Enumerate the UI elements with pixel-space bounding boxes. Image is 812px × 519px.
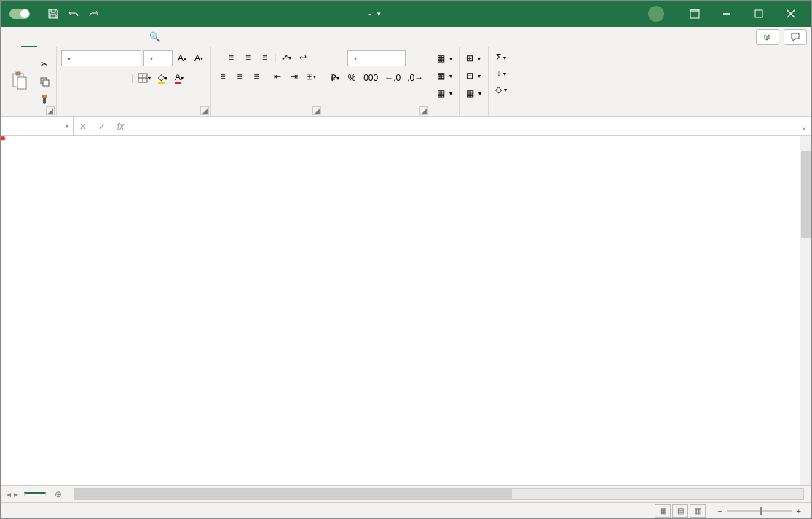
accounting-format-button[interactable]: ₽▾ — [328, 71, 342, 85]
sheet-tab-1[interactable] — [24, 492, 46, 496]
orientation-button[interactable]: ⤢▾ — [279, 50, 293, 65]
align-top-button[interactable]: ≡ — [224, 50, 239, 65]
underline-button[interactable] — [114, 71, 129, 85]
tab-insert[interactable] — [37, 27, 53, 47]
tab-review[interactable] — [101, 27, 117, 47]
tab-home[interactable] — [21, 27, 37, 47]
undo-icon[interactable] — [65, 5, 82, 23]
search-box[interactable]: 🔍 — [149, 31, 164, 42]
clear-button[interactable]: ◇▾ — [493, 82, 509, 97]
cancel-formula-button[interactable]: ✕ — [74, 117, 92, 135]
share-button[interactable] — [756, 29, 779, 45]
sheet-nav-prev[interactable]: ◂ — [7, 489, 11, 499]
copy-button[interactable] — [37, 74, 52, 89]
align-left-button[interactable]: ≡ — [216, 69, 230, 84]
bold-button[interactable] — [81, 71, 95, 85]
tab-layout[interactable] — [53, 27, 69, 47]
view-page-break-button[interactable]: ▥ — [690, 504, 706, 518]
percent-format-button[interactable]: % — [344, 71, 359, 85]
minimize-button[interactable] — [711, 1, 743, 27]
delete-icon: ⊟ — [466, 71, 473, 81]
decrease-font-button[interactable]: A▾ — [192, 51, 206, 66]
zoom-out-button[interactable]: − — [717, 507, 722, 515]
zoom-slider[interactable] — [727, 510, 792, 512]
wrap-text-button[interactable]: ↩ — [296, 50, 310, 65]
font-color-button[interactable]: A▾ — [172, 71, 186, 85]
format-as-table-button[interactable]: ▦ ▾ — [435, 68, 454, 84]
sheet-nav-next[interactable]: ▸ — [14, 489, 18, 499]
merge-button[interactable]: ⊞▾ — [304, 69, 318, 84]
number-launcher[interactable]: ◢ — [419, 106, 428, 115]
save-icon[interactable] — [44, 5, 62, 23]
group-cells: ⊞ ▾ ⊟ ▾ ▦ ▾ — [460, 47, 489, 116]
fx-button[interactable]: fx — [111, 117, 130, 135]
font-size-combo[interactable]: ▾ — [143, 50, 173, 66]
tab-formulas[interactable] — [69, 27, 85, 47]
zoom-in-button[interactable]: + — [797, 507, 801, 515]
conditional-formatting-button[interactable]: ▦ ▾ — [435, 50, 454, 66]
decrease-decimal-button[interactable]: ,0→ — [405, 71, 425, 85]
tab-data[interactable] — [85, 27, 101, 47]
group-label — [464, 112, 484, 115]
increase-indent-button[interactable]: ⇥ — [287, 69, 301, 84]
align-right-button[interactable]: ≡ — [249, 69, 264, 84]
tab-view[interactable] — [117, 27, 133, 47]
cut-button[interactable]: ✂ — [37, 57, 52, 71]
borders-button[interactable]: ▾ — [135, 71, 153, 85]
tab-help[interactable] — [133, 27, 149, 47]
decrease-indent-button[interactable]: ⇤ — [270, 69, 285, 84]
svg-rect-8 — [17, 77, 26, 89]
alignment-launcher[interactable]: ◢ — [312, 106, 321, 115]
maximize-button[interactable] — [743, 1, 775, 27]
align-center-button[interactable]: ≡ — [232, 69, 247, 84]
enter-formula-button[interactable]: ✓ — [92, 117, 111, 135]
view-normal-button[interactable]: ▦ — [655, 504, 671, 518]
autosum-button[interactable]: Σ▾ — [494, 50, 508, 65]
vertical-scrollbar[interactable] — [800, 136, 811, 485]
horizontal-scrollbar[interactable] — [74, 488, 804, 500]
increase-font-button[interactable]: A▴ — [175, 51, 189, 66]
ribbon-display-button[interactable] — [679, 1, 711, 27]
copy-icon — [39, 76, 50, 87]
expand-formula-button[interactable]: ⌄ — [797, 122, 811, 132]
tab-file[interactable] — [5, 27, 21, 47]
group-alignment: ≡ ≡ ≡ | ⤢▾ ↩ ≡ ≡ ≡ | ⇤ ⇥ ⊞▾ ◢ — [211, 47, 323, 116]
font-launcher[interactable]: ◢ — [200, 106, 209, 115]
avatar — [648, 6, 664, 22]
ribbon-tabs: 🔍 — [1, 27, 811, 47]
insert-cells-button[interactable]: ⊞ ▾ — [464, 50, 483, 66]
svg-rect-10 — [43, 80, 49, 86]
number-format-combo[interactable]: ▾ — [347, 50, 406, 66]
add-sheet-button[interactable]: ⊕ — [50, 486, 66, 502]
italic-button[interactable] — [98, 71, 112, 85]
clipboard-launcher[interactable]: ◢ — [46, 106, 55, 115]
paste-button[interactable] — [5, 56, 34, 107]
user-account[interactable] — [644, 6, 664, 22]
spreadsheet-grid[interactable] — [1, 136, 811, 485]
fill-button[interactable]: ↓▾ — [494, 66, 508, 81]
zoom-control[interactable]: − + — [717, 507, 805, 515]
cell-styles-button[interactable]: ▦ ▾ — [435, 85, 454, 101]
increase-decimal-button[interactable]: ←,0 — [382, 71, 403, 85]
comments-button[interactable] — [784, 29, 807, 45]
toggle-switch[interactable] — [9, 9, 30, 19]
fill-color-button[interactable]: ◇▾ — [155, 71, 170, 85]
formula-bar: ▾ ✕ ✓ fx ⌄ — [1, 117, 811, 136]
document-title: - ▾ — [103, 9, 644, 19]
redo-icon[interactable] — [85, 5, 103, 23]
brush-icon — [39, 94, 50, 104]
delete-cells-button[interactable]: ⊟ ▾ — [464, 68, 483, 84]
format-cells-button[interactable]: ▦ ▾ — [464, 85, 484, 101]
view-page-layout-button[interactable]: ▤ — [672, 504, 688, 518]
close-button[interactable] — [775, 1, 807, 27]
name-box[interactable]: ▾ — [1, 117, 74, 135]
align-middle-button[interactable]: ≡ — [241, 50, 256, 65]
align-bottom-button[interactable]: ≡ — [258, 50, 272, 65]
format-painter-button[interactable] — [37, 92, 52, 106]
group-label — [216, 112, 318, 115]
font-name-combo[interactable]: ▾ — [61, 50, 141, 66]
comma-format-button[interactable]: 000 — [361, 71, 380, 85]
svg-rect-1 — [690, 9, 699, 12]
group-number: ▾ ₽▾ % 000 ←,0 ,0→ ◢ — [323, 47, 430, 116]
autosave-toggle[interactable] — [5, 9, 30, 19]
